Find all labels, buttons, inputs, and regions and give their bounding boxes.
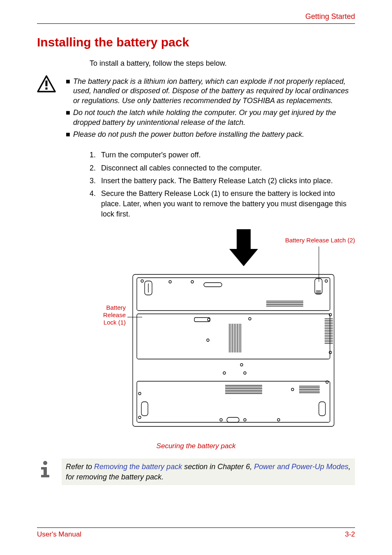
info-body: Refer to Removing the battery pack secti… (62, 458, 355, 485)
warning-body: ■ The battery pack is a lithium ion batt… (62, 74, 355, 145)
svg-rect-75 (227, 417, 239, 422)
warning-text: The battery pack is a lithium ion batter… (73, 77, 351, 106)
svg-point-78 (138, 392, 141, 395)
footer-left: User's Manual (37, 530, 81, 539)
svg-rect-1 (46, 81, 48, 86)
page-footer: User's Manual 3-2 (37, 527, 355, 539)
svg-rect-60 (319, 402, 325, 416)
step-item: 2. Disconnect all cables connected to th… (90, 163, 355, 173)
svg-marker-4 (229, 249, 258, 266)
svg-rect-59 (141, 402, 148, 416)
warning-text: Do not touch the latch while holding the… (73, 108, 351, 127)
svg-point-17 (169, 281, 171, 283)
figure-svg (90, 229, 355, 439)
svg-rect-11 (315, 279, 322, 294)
figure: Battery Release Latch (2) Battery Releas… (90, 229, 355, 439)
svg-rect-8 (137, 278, 330, 311)
svg-rect-24 (137, 314, 330, 359)
warning-bullet: ■ The battery pack is a lithium ion batt… (66, 77, 351, 106)
intro-text: To install a battery, follow the steps b… (90, 59, 355, 68)
info-link-power[interactable]: Power and Power-Up Modes (254, 463, 348, 471)
svg-point-79 (138, 416, 141, 419)
svg-point-55 (240, 364, 243, 366)
step-number: 2. (90, 163, 101, 173)
info-callout: Refer to Removing the battery pack secti… (37, 458, 355, 485)
svg-point-57 (244, 372, 246, 374)
svg-rect-7 (133, 274, 334, 426)
step-item: 1. Turn the computer's power off. (90, 150, 355, 160)
svg-point-16 (141, 280, 143, 282)
svg-point-26 (208, 318, 210, 321)
bullet-icon: ■ (66, 108, 73, 127)
svg-point-74 (220, 419, 222, 421)
svg-point-76 (244, 419, 246, 421)
svg-point-28 (207, 339, 209, 341)
step-number: 1. (90, 150, 101, 160)
svg-point-54 (329, 313, 332, 316)
step-number: 3. (90, 176, 101, 186)
warning-bullet: ■ Do not touch the latch while holding t… (66, 108, 351, 127)
warning-text: Please do not push the power button befo… (73, 130, 351, 139)
warning-icon (37, 74, 62, 145)
warning-bullet: ■ Please do not push the power button be… (66, 130, 351, 139)
footer-rule (37, 527, 355, 528)
step-text: Disconnect all cables connected to the c… (101, 163, 355, 173)
svg-point-27 (249, 318, 251, 320)
info-text-mid: section in Chapter 6, (182, 463, 254, 471)
bullet-icon: ■ (66, 130, 73, 139)
svg-point-72 (291, 388, 294, 391)
footer-page-number: 3-2 (345, 530, 355, 539)
step-text: Insert the battery pack. The Battery Rel… (101, 176, 355, 186)
figure-caption: Securing the battery pack (37, 442, 355, 450)
step-number: 4. (90, 189, 101, 220)
step-text: Turn the computer's power off. (101, 150, 355, 160)
bullet-icon: ■ (66, 77, 73, 106)
svg-point-80 (43, 461, 47, 465)
info-link-removing[interactable]: Removing the battery pack (94, 463, 182, 471)
svg-point-19 (325, 280, 327, 282)
step-text: Secure the Battery Release Lock (1) to e… (101, 189, 355, 220)
svg-point-53 (329, 351, 332, 354)
svg-point-56 (223, 372, 226, 374)
info-text-pre: Refer to (66, 463, 94, 471)
svg-point-77 (277, 419, 280, 421)
svg-rect-58 (137, 381, 330, 422)
warning-callout: ■ The battery pack is a lithium ion batt… (37, 74, 355, 145)
step-list: 1. Turn the computer's power off. 2. Dis… (90, 150, 355, 219)
page-root: Getting Started Installing the battery p… (0, 0, 392, 555)
step-item: 3. Insert the battery pack. The Battery … (90, 176, 355, 186)
svg-point-18 (191, 281, 194, 283)
page-title: Installing the battery pack (37, 35, 355, 49)
svg-rect-3 (237, 229, 251, 250)
header-rule (37, 23, 355, 24)
info-icon (37, 458, 62, 485)
svg-rect-2 (46, 88, 48, 90)
step-item: 4. Secure the Battery Release Lock (1) t… (90, 189, 355, 220)
header-section: Getting Started (37, 12, 355, 21)
svg-rect-15 (204, 283, 222, 287)
